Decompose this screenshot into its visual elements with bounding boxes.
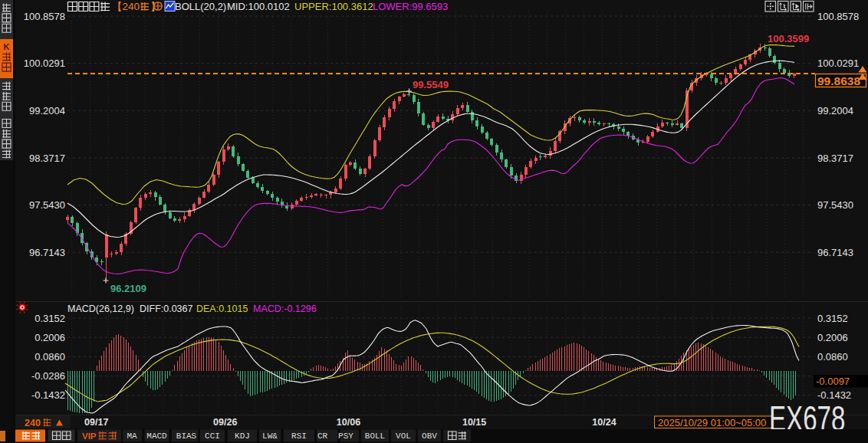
svg-text:K: K: [4, 42, 10, 51]
svg-text:BOLL: BOLL: [365, 432, 385, 441]
svg-text:98.3717: 98.3717: [29, 153, 65, 164]
svg-text:BOLL(20,2): BOLL(20,2): [175, 1, 226, 12]
svg-text:-0.0097: -0.0097: [816, 376, 850, 387]
svg-text:MID:100.0102: MID:100.0102: [227, 1, 290, 12]
svg-text:100.0291: 100.0291: [817, 57, 859, 69]
svg-text:-0.0286: -0.0286: [31, 370, 65, 382]
svg-text:MACD(26,12,9): MACD(26,12,9): [67, 304, 134, 314]
svg-text:0.3152: 0.3152: [817, 313, 848, 324]
svg-text:LOWER:99.6593: LOWER:99.6593: [373, 1, 448, 12]
svg-text:MA: MA: [127, 432, 137, 441]
svg-text:DIFF:0.0367: DIFF:0.0367: [140, 304, 193, 314]
svg-text:09/26: 09/26: [213, 417, 237, 428]
svg-text:DEA:0.1015: DEA:0.1015: [196, 304, 248, 314]
svg-text:10/06: 10/06: [337, 417, 360, 428]
svg-text:MACD:-0.1296: MACD:-0.1296: [253, 304, 317, 314]
svg-text:96.7143: 96.7143: [29, 247, 65, 258]
svg-text:100.8578: 100.8578: [817, 11, 859, 22]
svg-text:99.5549: 99.5549: [413, 79, 449, 90]
svg-text:97.5430: 97.5430: [817, 199, 853, 211]
svg-text:RSI: RSI: [291, 432, 307, 441]
svg-text:100.0291: 100.0291: [24, 57, 65, 69]
svg-text:VIP: VIP: [82, 432, 97, 441]
svg-text:09/17: 09/17: [84, 417, 108, 428]
svg-text:0.2006: 0.2006: [35, 332, 65, 343]
svg-text:96.2109: 96.2109: [110, 283, 146, 294]
svg-text:-0.1432: -0.1432: [31, 389, 65, 401]
svg-text:99.2004: 99.2004: [817, 105, 853, 116]
svg-text:CCI: CCI: [205, 432, 220, 441]
svg-text:10/24: 10/24: [592, 417, 616, 428]
svg-text:0.0860: 0.0860: [35, 351, 65, 363]
svg-text:98.3717: 98.3717: [817, 153, 853, 164]
svg-text:240: 240: [25, 418, 41, 428]
svg-text:OBV: OBV: [422, 432, 437, 441]
svg-text:UPPER:100.3612: UPPER:100.3612: [294, 1, 373, 12]
svg-text:99.2004: 99.2004: [29, 105, 65, 116]
svg-text:BIAS: BIAS: [176, 432, 197, 441]
svg-text:97.5430: 97.5430: [29, 199, 65, 211]
svg-text:0.2006: 0.2006: [817, 332, 848, 343]
svg-text:96.7143: 96.7143: [817, 247, 853, 258]
svg-text:CR: CR: [317, 432, 328, 441]
svg-text:LW&: LW&: [262, 432, 278, 441]
svg-text:VOL: VOL: [396, 432, 411, 441]
svg-text:0.0860: 0.0860: [817, 351, 848, 363]
svg-text:99.8638: 99.8638: [817, 74, 860, 87]
svg-text:KDJ: KDJ: [235, 432, 250, 441]
svg-text:【240: 【240: [112, 1, 140, 12]
svg-text:0.3152: 0.3152: [35, 313, 65, 324]
svg-text:2025/10/29 01:00~05:00: 2025/10/29 01:00~05:00: [658, 417, 766, 428]
svg-text:10/15: 10/15: [462, 417, 486, 428]
svg-text:100.3599: 100.3599: [768, 33, 809, 44]
svg-text:MACD: MACD: [146, 432, 167, 441]
svg-text:PSY: PSY: [338, 432, 353, 441]
svg-text:100.8578: 100.8578: [24, 11, 65, 22]
